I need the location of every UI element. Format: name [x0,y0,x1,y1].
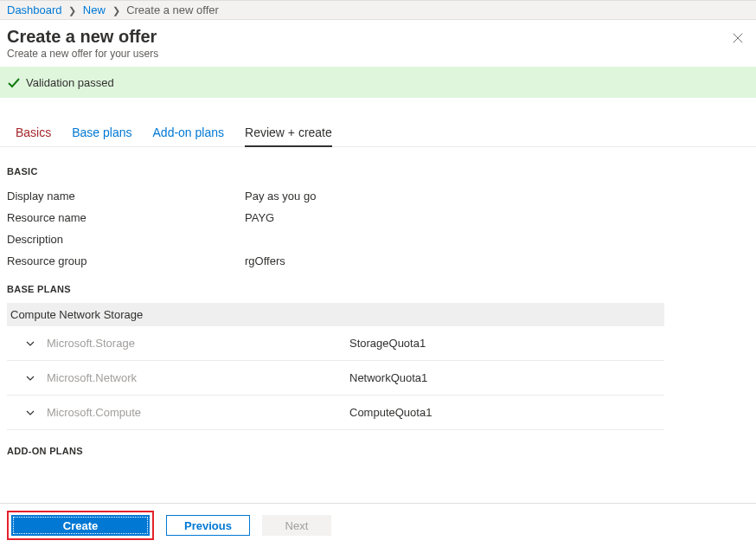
plan-quota: StorageQuota1 [349,337,426,350]
chevron-down-icon[interactable] [24,338,36,350]
chevron-right-icon: ❯ [68,5,76,16]
previous-button[interactable]: Previous [166,515,250,536]
section-addon-plans-label: ADD-ON PLANS [7,446,749,456]
breadcrumb-new[interactable]: New [83,3,106,16]
next-button: Next [262,515,331,536]
tab-review-create[interactable]: Review + create [245,120,332,146]
section-basic-label: BASIC [7,166,749,177]
kv-key: Description [7,233,245,246]
breadcrumb-dashboard[interactable]: Dashboard [7,3,62,16]
kv-value: PAYG [245,211,274,224]
content-area: BASIC Display name Pay as you go Resourc… [0,147,756,456]
validation-banner: Validation passed [0,67,756,98]
chevron-down-icon[interactable] [24,372,36,384]
breadcrumb: Dashboard ❯ New ❯ Create a new offer [0,0,756,20]
kv-resource-name: Resource name PAYG [7,207,749,228]
chevron-down-icon[interactable] [24,407,36,419]
plan-row: Microsoft.Storage StorageQuota1 [7,326,664,361]
plan-row: Microsoft.Network NetworkQuota1 [7,361,664,396]
tab-bar: Basics Base plans Add-on plans Review + … [0,120,756,147]
plan-header: Compute Network Storage [7,303,664,326]
plan-quota: ComputeQuota1 [349,406,432,419]
tab-basics[interactable]: Basics [16,120,51,146]
plan-name: Microsoft.Storage [47,337,349,350]
breadcrumb-current: Create a new offer [126,3,219,16]
kv-resource-group: Resource group rgOffers [7,250,749,272]
kv-key: Resource group [7,254,245,267]
kv-key: Resource name [7,211,245,224]
chevron-right-icon: ❯ [112,5,120,16]
kv-value: Pay as you go [245,190,316,203]
tab-base-plans[interactable]: Base plans [72,120,131,146]
kv-value: rgOffers [245,254,285,267]
kv-description: Description [7,228,749,250]
create-button[interactable]: Create [11,515,150,536]
kv-display-name: Display name Pay as you go [7,185,749,207]
validation-message: Validation passed [26,76,114,89]
plan-name: Microsoft.Compute [47,406,349,419]
plan-name: Microsoft.Network [47,371,349,384]
page-header: Create a new offer Create a new offer fo… [0,20,756,63]
create-button-highlight: Create [7,511,154,540]
checkmark-icon [7,75,21,89]
section-base-plans-label: BASE PLANS [7,284,749,294]
close-button[interactable] [730,30,746,46]
plan-row: Microsoft.Compute ComputeQuota1 [7,396,664,430]
tab-addon-plans[interactable]: Add-on plans [153,120,225,146]
plan-quota: NetworkQuota1 [349,371,427,384]
kv-key: Display name [7,190,245,203]
close-icon [732,32,744,44]
page-subtitle: Create a new offer for your users [7,48,749,60]
page-title: Create a new offer [7,27,749,47]
footer-bar: Create Previous Next [0,503,756,547]
